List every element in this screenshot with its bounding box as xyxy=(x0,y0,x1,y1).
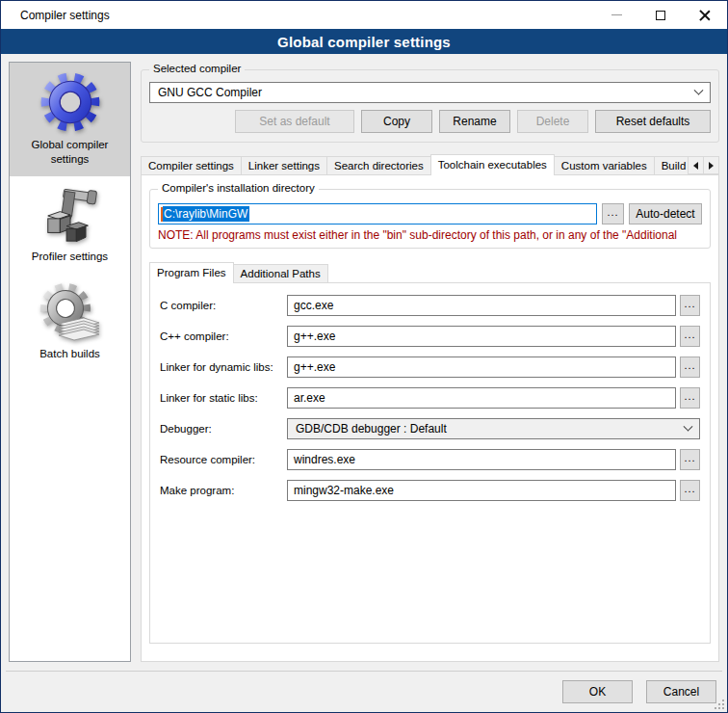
tab-scroll-right-button[interactable] xyxy=(703,156,719,174)
settings-category-list: Global compiler settings xyxy=(9,62,131,662)
tab-scroll-left-button[interactable] xyxy=(688,156,704,174)
c-compiler-input[interactable]: gcc.exe xyxy=(287,295,676,316)
auto-detect-button[interactable]: Auto-detect xyxy=(629,203,702,224)
titlebar[interactable]: Compiler settings xyxy=(1,1,727,29)
installation-directory-group-label: Compiler's installation directory xyxy=(158,182,319,194)
maximize-button[interactable] xyxy=(638,1,683,29)
set-as-default-button[interactable]: Set as default xyxy=(235,110,354,133)
field-row-make-program: Make program: mingw32-make.exe ... xyxy=(160,480,700,501)
tab-build-options[interactable]: Build options xyxy=(654,156,689,174)
c-compiler-label: C compiler: xyxy=(160,300,287,311)
field-row-linker-static: Linker for static libs: ar.exe ... xyxy=(160,387,700,409)
linker-dynamic-browse-button[interactable]: ... xyxy=(680,356,700,378)
compiler-settings-dialog: Compiler settings Global compiler settin… xyxy=(0,0,728,713)
dialog-body: Global compiler settings xyxy=(1,54,727,671)
make-program-browse-button[interactable]: ... xyxy=(680,480,700,501)
cpp-compiler-browse-button[interactable]: ... xyxy=(680,326,700,347)
sidebar-item-global-compiler-settings[interactable]: Global compiler settings xyxy=(10,63,130,176)
gray-gear-stack-icon xyxy=(39,281,101,343)
ok-button[interactable]: OK xyxy=(562,680,633,703)
c-compiler-browse-button[interactable]: ... xyxy=(680,295,700,316)
installation-directory-group: Compiler's installation directory C:\ray… xyxy=(149,189,711,249)
installation-directory-value: C:\raylib\MinGW xyxy=(163,206,249,222)
close-icon xyxy=(699,10,711,21)
arrow-left-icon xyxy=(693,162,698,170)
subtab-program-files[interactable]: Program Files xyxy=(149,262,234,283)
selected-compiler-group: Selected compiler GNU GCC Compiler Set a… xyxy=(141,69,719,143)
chevron-down-icon xyxy=(684,421,693,431)
close-button[interactable] xyxy=(683,1,727,29)
cpp-compiler-input[interactable]: g++.exe xyxy=(287,326,676,347)
tab-compiler-settings[interactable]: Compiler settings xyxy=(141,156,242,174)
field-row-resource-compiler: Resource compiler: windres.exe ... xyxy=(160,449,700,470)
subtab-additional-paths[interactable]: Additional Paths xyxy=(233,264,328,282)
bin-subdirectory-note: NOTE: All programs must exist either in … xyxy=(158,228,702,242)
cancel-button[interactable]: Cancel xyxy=(646,680,716,703)
resource-compiler-input[interactable]: windres.exe xyxy=(287,449,676,470)
dialog-footer: OK Cancel xyxy=(1,672,727,712)
linker-dynamic-input[interactable]: g++.exe xyxy=(287,356,676,378)
tab-toolchain-executables[interactable]: Toolchain executables xyxy=(430,154,555,175)
reset-defaults-button[interactable]: Reset defaults xyxy=(595,110,711,133)
toolchain-executables-page: Compiler's installation directory C:\ray… xyxy=(141,174,719,662)
settings-tab-strip: Compiler settings Linker settings Search… xyxy=(141,154,719,174)
linker-static-browse-button[interactable]: ... xyxy=(680,387,700,409)
linker-static-label: Linker for static libs: xyxy=(160,392,287,404)
resize-grip[interactable] xyxy=(714,699,725,710)
sidebar-item-batch-builds[interactable]: Batch builds xyxy=(10,274,130,371)
installation-directory-row: C:\raylib\MinGW ... Auto-detect xyxy=(158,203,702,224)
field-row-cpp-compiler: C++ compiler: g++.exe ... xyxy=(160,326,700,347)
sidebar-item-label: Profiler settings xyxy=(32,250,108,264)
minimize-button[interactable] xyxy=(594,1,638,29)
debugger-label: Debugger: xyxy=(160,423,287,435)
main-panel: Selected compiler GNU GCC Compiler Set a… xyxy=(141,62,719,662)
installation-directory-input[interactable]: C:\raylib\MinGW xyxy=(158,203,597,224)
delete-button[interactable]: Delete xyxy=(517,110,588,133)
field-row-linker-dynamic: Linker for dynamic libs: g++.exe ... xyxy=(160,356,700,378)
tab-linker-settings[interactable]: Linker settings xyxy=(241,156,327,174)
sidebar-item-label: Global compiler settings xyxy=(13,138,127,167)
installation-directory-browse-button[interactable]: ... xyxy=(602,203,624,224)
compiler-button-row: Set as default Copy Rename Delete Reset … xyxy=(149,110,711,133)
make-program-input[interactable]: mingw32-make.exe xyxy=(287,480,676,501)
tab-scroll-buttons xyxy=(689,156,719,174)
sidebar-item-label: Batch builds xyxy=(39,347,100,361)
sidebar-item-profiler-settings[interactable]: Profiler settings xyxy=(10,176,130,274)
minimize-icon xyxy=(611,14,622,15)
debugger-dropdown[interactable]: GDB/CDB debugger : Default xyxy=(287,418,700,439)
linker-dynamic-label: Linker for dynamic libs: xyxy=(160,361,287,373)
field-row-debugger: Debugger: GDB/CDB debugger : Default xyxy=(160,418,700,439)
caliper-icon xyxy=(40,184,100,246)
banner-title: Global compiler settings xyxy=(277,34,451,50)
linker-static-input[interactable]: ar.exe xyxy=(287,387,676,409)
selected-compiler-group-label: Selected compiler xyxy=(149,63,245,74)
field-row-c-compiler: C compiler: gcc.exe ... xyxy=(160,295,700,316)
chevron-down-icon xyxy=(694,85,704,94)
debugger-value: GDB/CDB debugger : Default xyxy=(296,422,685,436)
program-files-page: C compiler: gcc.exe ... C++ compiler: g+… xyxy=(149,282,711,644)
tab-custom-variables[interactable]: Custom variables xyxy=(554,156,655,174)
maximize-icon xyxy=(656,11,665,20)
copy-button[interactable]: Copy xyxy=(361,110,432,133)
arrow-right-icon xyxy=(709,162,714,170)
dialog-banner: Global compiler settings xyxy=(1,29,727,54)
selected-compiler-value: GNU GCC Compiler xyxy=(158,86,695,99)
cpp-compiler-label: C++ compiler: xyxy=(160,330,287,342)
resource-compiler-browse-button[interactable]: ... xyxy=(680,449,700,470)
window-title: Compiler settings xyxy=(20,9,110,22)
tab-search-directories[interactable]: Search directories xyxy=(326,156,431,174)
selected-compiler-dropdown[interactable]: GNU GCC Compiler xyxy=(149,82,711,103)
program-files-tab-strip: Program Files Additional Paths xyxy=(149,262,711,282)
resource-compiler-label: Resource compiler: xyxy=(160,454,287,465)
window-controls xyxy=(594,1,727,29)
blue-gear-icon xyxy=(39,70,102,134)
rename-button[interactable]: Rename xyxy=(439,110,510,133)
make-program-label: Make program: xyxy=(160,485,287,496)
